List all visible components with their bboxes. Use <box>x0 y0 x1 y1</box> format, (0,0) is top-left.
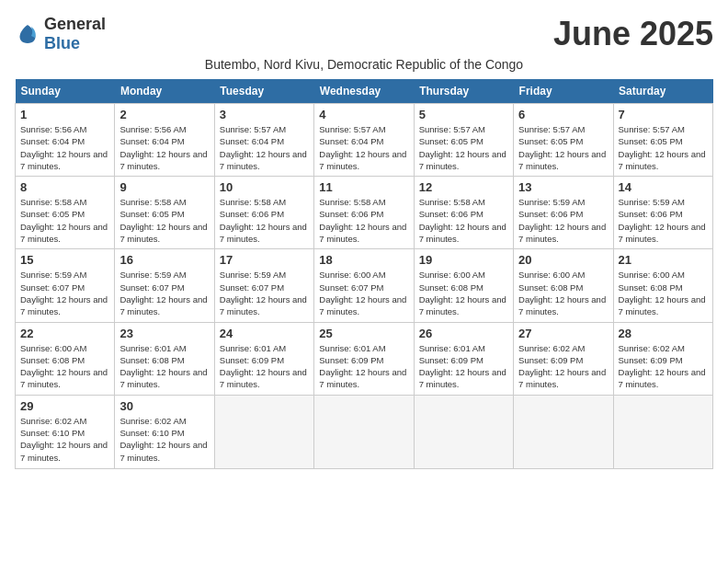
day-detail: Sunrise: 5:57 AMSunset: 6:05 PMDaylight:… <box>619 123 708 172</box>
day-number: 1 <box>20 108 109 121</box>
day-number: 9 <box>119 180 209 194</box>
calendar-row-w1: 1 Sunrise: 5:56 AMSunset: 6:04 PMDayligh… <box>16 104 713 177</box>
calendar-row-w4: 22 Sunrise: 6:00 AMSunset: 6:08 PMDaylig… <box>16 322 713 395</box>
calendar-cell <box>314 395 414 468</box>
calendar-cell: 5 Sunrise: 5:57 AMSunset: 6:05 PMDayligh… <box>414 104 513 177</box>
month-title: June 2025 <box>553 15 713 53</box>
day-detail: Sunrise: 5:56 AMSunset: 6:04 PMDaylight:… <box>119 123 209 172</box>
day-detail: Sunrise: 5:58 AMSunset: 6:06 PMDaylight:… <box>220 196 309 245</box>
day-number: 28 <box>619 327 708 340</box>
day-detail: Sunrise: 5:59 AMSunset: 6:06 PMDaylight:… <box>518 196 608 245</box>
day-number: 6 <box>518 108 608 121</box>
day-number: 21 <box>619 253 708 267</box>
calendar-cell: 20 Sunrise: 6:00 AMSunset: 6:08 PMDaylig… <box>514 249 613 322</box>
day-detail: Sunrise: 6:01 AMSunset: 6:09 PMDaylight:… <box>220 342 309 391</box>
day-number: 5 <box>419 108 508 121</box>
day-detail: Sunrise: 5:57 AMSunset: 6:05 PMDaylight:… <box>518 123 608 172</box>
col-wednesday: Wednesday <box>314 79 414 104</box>
day-detail: Sunrise: 6:00 AMSunset: 6:08 PMDaylight:… <box>20 342 109 391</box>
calendar-cell: 18 Sunrise: 6:00 AMSunset: 6:07 PMDaylig… <box>314 249 414 322</box>
day-detail: Sunrise: 5:59 AMSunset: 6:06 PMDaylight:… <box>619 196 708 245</box>
calendar-cell <box>214 395 313 468</box>
day-number: 29 <box>20 399 109 413</box>
calendar-cell: 8 Sunrise: 5:58 AMSunset: 6:05 PMDayligh… <box>16 177 115 249</box>
calendar-cell: 3 Sunrise: 5:57 AMSunset: 6:04 PMDayligh… <box>214 104 313 177</box>
day-number: 24 <box>220 327 309 340</box>
col-sunday: Sunday <box>16 79 115 104</box>
header: General Blue June 2025 <box>15 15 713 53</box>
day-detail: Sunrise: 6:02 AMSunset: 6:09 PMDaylight:… <box>518 342 608 391</box>
calendar-cell: 24 Sunrise: 6:01 AMSunset: 6:09 PMDaylig… <box>214 322 313 395</box>
day-number: 10 <box>220 180 309 194</box>
day-number: 2 <box>119 108 209 121</box>
day-number: 7 <box>619 108 708 121</box>
calendar-cell: 26 Sunrise: 6:01 AMSunset: 6:09 PMDaylig… <box>414 322 513 395</box>
day-detail: Sunrise: 6:01 AMSunset: 6:09 PMDaylight:… <box>319 342 408 391</box>
day-detail: Sunrise: 5:57 AMSunset: 6:04 PMDaylight:… <box>319 123 408 172</box>
day-number: 30 <box>119 399 209 413</box>
day-number: 3 <box>220 108 309 121</box>
calendar-cell: 1 Sunrise: 5:56 AMSunset: 6:04 PMDayligh… <box>16 104 115 177</box>
day-detail: Sunrise: 6:02 AMSunset: 6:10 PMDaylight:… <box>119 415 209 464</box>
calendar-cell: 11 Sunrise: 5:58 AMSunset: 6:06 PMDaylig… <box>314 177 414 249</box>
calendar-cell: 12 Sunrise: 5:58 AMSunset: 6:06 PMDaylig… <box>414 177 513 249</box>
subtitle: Butembo, Nord Kivu, Democratic Republic … <box>15 57 713 72</box>
calendar-cell: 7 Sunrise: 5:57 AMSunset: 6:05 PMDayligh… <box>613 104 712 177</box>
day-detail: Sunrise: 5:58 AMSunset: 6:06 PMDaylight:… <box>319 196 408 245</box>
day-number: 22 <box>20 327 109 340</box>
day-detail: Sunrise: 6:00 AMSunset: 6:08 PMDaylight:… <box>619 269 708 317</box>
day-number: 12 <box>419 180 508 194</box>
logo: General Blue <box>15 15 106 53</box>
calendar-cell: 9 Sunrise: 5:58 AMSunset: 6:05 PMDayligh… <box>115 177 214 249</box>
calendar-cell: 16 Sunrise: 5:59 AMSunset: 6:07 PMDaylig… <box>115 249 214 322</box>
day-detail: Sunrise: 6:00 AMSunset: 6:08 PMDaylight:… <box>518 269 608 317</box>
calendar-cell: 15 Sunrise: 5:59 AMSunset: 6:07 PMDaylig… <box>16 249 115 322</box>
calendar-cell: 2 Sunrise: 5:56 AMSunset: 6:04 PMDayligh… <box>115 104 214 177</box>
day-detail: Sunrise: 6:00 AMSunset: 6:08 PMDaylight:… <box>419 269 508 317</box>
col-tuesday: Tuesday <box>214 79 313 104</box>
day-detail: Sunrise: 5:59 AMSunset: 6:07 PMDaylight:… <box>220 269 309 317</box>
calendar-cell: 13 Sunrise: 5:59 AMSunset: 6:06 PMDaylig… <box>514 177 613 249</box>
day-detail: Sunrise: 5:59 AMSunset: 6:07 PMDaylight:… <box>119 269 209 317</box>
day-number: 25 <box>319 327 408 340</box>
calendar-cell: 6 Sunrise: 5:57 AMSunset: 6:05 PMDayligh… <box>514 104 613 177</box>
day-detail: Sunrise: 6:01 AMSunset: 6:09 PMDaylight:… <box>419 342 508 391</box>
calendar-cell: 10 Sunrise: 5:58 AMSunset: 6:06 PMDaylig… <box>214 177 313 249</box>
day-number: 27 <box>518 327 608 340</box>
day-detail: Sunrise: 5:58 AMSunset: 6:06 PMDaylight:… <box>419 196 508 245</box>
calendar-cell: 21 Sunrise: 6:00 AMSunset: 6:08 PMDaylig… <box>613 249 712 322</box>
day-detail: Sunrise: 5:59 AMSunset: 6:07 PMDaylight:… <box>20 269 109 317</box>
calendar-cell <box>514 395 613 468</box>
calendar-cell: 28 Sunrise: 6:02 AMSunset: 6:09 PMDaylig… <box>613 322 712 395</box>
col-thursday: Thursday <box>414 79 513 104</box>
day-number: 17 <box>220 253 309 267</box>
day-number: 23 <box>119 327 209 340</box>
calendar-row-w3: 15 Sunrise: 5:59 AMSunset: 6:07 PMDaylig… <box>16 249 713 322</box>
day-detail: Sunrise: 6:02 AMSunset: 6:10 PMDaylight:… <box>20 415 109 464</box>
logo-text: General Blue <box>44 15 106 53</box>
calendar-header-row: Sunday Monday Tuesday Wednesday Thursday… <box>16 79 713 104</box>
day-number: 18 <box>319 253 408 267</box>
day-number: 26 <box>419 327 508 340</box>
calendar-cell: 23 Sunrise: 6:01 AMSunset: 6:08 PMDaylig… <box>115 322 214 395</box>
calendar-cell: 29 Sunrise: 6:02 AMSunset: 6:10 PMDaylig… <box>16 395 115 468</box>
day-number: 19 <box>419 253 508 267</box>
day-number: 13 <box>518 180 608 194</box>
calendar-cell: 19 Sunrise: 6:00 AMSunset: 6:08 PMDaylig… <box>414 249 513 322</box>
day-number: 15 <box>20 253 109 267</box>
calendar-cell: 27 Sunrise: 6:02 AMSunset: 6:09 PMDaylig… <box>514 322 613 395</box>
day-detail: Sunrise: 6:02 AMSunset: 6:09 PMDaylight:… <box>619 342 708 391</box>
calendar-cell: 14 Sunrise: 5:59 AMSunset: 6:06 PMDaylig… <box>613 177 712 249</box>
day-number: 16 <box>119 253 209 267</box>
day-detail: Sunrise: 5:58 AMSunset: 6:05 PMDaylight:… <box>119 196 209 245</box>
col-saturday: Saturday <box>613 79 712 104</box>
calendar-cell <box>414 395 513 468</box>
calendar-cell: 4 Sunrise: 5:57 AMSunset: 6:04 PMDayligh… <box>314 104 414 177</box>
col-monday: Monday <box>115 79 214 104</box>
calendar-cell: 30 Sunrise: 6:02 AMSunset: 6:10 PMDaylig… <box>115 395 214 468</box>
day-detail: Sunrise: 6:01 AMSunset: 6:08 PMDaylight:… <box>119 342 209 391</box>
day-detail: Sunrise: 5:57 AMSunset: 6:05 PMDaylight:… <box>419 123 508 172</box>
day-number: 4 <box>319 108 408 121</box>
day-number: 8 <box>20 180 109 194</box>
day-detail: Sunrise: 6:00 AMSunset: 6:07 PMDaylight:… <box>319 269 408 317</box>
